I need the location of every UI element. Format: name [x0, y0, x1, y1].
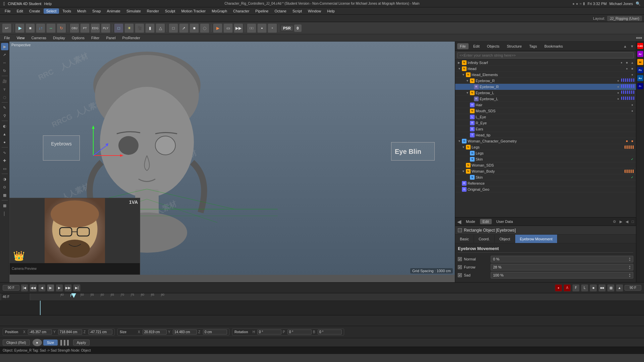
coord-size-z[interactable] — [203, 329, 227, 335]
scene-tab-bookmarks[interactable]: Bookmarks — [542, 43, 566, 49]
obj-tab-object-rel[interactable]: Object (Rel) — [3, 340, 30, 346]
menu-help[interactable]: Help — [324, 8, 337, 14]
play-btn-play[interactable]: ▶ — [47, 284, 54, 292]
timeline-btn-5[interactable]: ▩ — [607, 284, 614, 292]
toolbar-camera[interactable]: 🎥 — [135, 23, 144, 33]
coord-rot-p[interactable] — [287, 329, 312, 335]
coord-size-y[interactable] — [173, 329, 197, 335]
left-tool-knife[interactable]: ✚ — [1, 157, 8, 164]
menu-mesh[interactable]: Mesh — [74, 8, 89, 14]
menu-sculpt[interactable]: Sculpt — [162, 8, 178, 14]
mode-bar-zoom[interactable]: □ — [632, 220, 634, 224]
play-btn-start[interactable]: |◀ — [21, 284, 28, 292]
left-tool-orbit[interactable]: ◌ — [1, 94, 8, 101]
prop-checkbox-normal[interactable]: ✓ — [458, 257, 462, 261]
viewport[interactable]: RRC 人人素材 RRCG 人人素材 RRCG 人人素材 RRCG 人人素材 R… — [9, 42, 455, 282]
scene-tab-structure[interactable]: Structure — [504, 43, 525, 49]
layout-selector[interactable]: JJ_Rigging (User) — [607, 16, 642, 21]
sub-tab-filter[interactable]: Filter — [89, 35, 101, 41]
tree-row-eyebrow-r-child[interactable]: R Eyebrow_R ● — [455, 84, 636, 90]
toolbar-snap-pt[interactable]: ● — [257, 23, 267, 33]
props-tab-basic[interactable]: Basic — [455, 235, 474, 243]
tree-row-r-eye[interactable]: R R_Eye — [455, 120, 636, 126]
obj-toolbar-dial[interactable]: ● — [33, 339, 42, 346]
scene-panel-more[interactable]: ▼ — [630, 44, 634, 48]
left-tool-soft[interactable]: ◑ — [1, 175, 8, 183]
prop-stepper-normal[interactable]: ▲ ▼ — [629, 257, 631, 261]
toolbar-rotate-tool[interactable]: ◌ — [200, 23, 209, 33]
tree-row-mouth-sds[interactable]: N Mouth_SDS ● — [455, 108, 636, 114]
left-tool-measure[interactable]: ▩ — [1, 202, 8, 209]
tree-icon-render[interactable]: ▲ — [630, 60, 635, 65]
tree-icon-vis-1[interactable]: ● — [625, 66, 629, 71]
tree-row-hair[interactable]: H Hair ● — [455, 102, 636, 108]
rs-icon-ai[interactable]: Ai — [637, 59, 643, 65]
tree-row-skin-legs[interactable]: S Skin ✓ — [455, 156, 636, 162]
toolbar-snap-grid[interactable]: □□ — [247, 23, 256, 33]
left-tool-spline[interactable]: ∿ — [1, 149, 8, 156]
prop-step-up[interactable]: ▲ — [629, 257, 631, 259]
left-tool-guide[interactable]: │ — [1, 210, 8, 217]
mode-btn-edit[interactable]: Edit — [480, 219, 492, 224]
sub-tab-options[interactable]: Options — [70, 35, 87, 41]
tree-row-eyebrow-l-child[interactable]: R Eyebrow_L ● — [455, 96, 636, 102]
tree-row-eyebrow-l[interactable]: ▼ N Eyebrow_L ● — [455, 90, 636, 96]
play-btn-next-frame[interactable]: ▶ — [56, 284, 63, 292]
play-btn-end[interactable]: ▶| — [73, 284, 80, 292]
sub-tab-display[interactable]: Display — [51, 35, 67, 41]
props-tab-coord[interactable]: Coord. — [474, 235, 495, 243]
timeline-track[interactable] — [0, 301, 644, 315]
toolbar-point-mode[interactable]: PT — [80, 23, 90, 33]
left-tool-rig[interactable]: ◐ — [1, 122, 8, 130]
tree-row-ears[interactable]: E Ears — [455, 126, 636, 132]
prop-step-up-furrow[interactable]: ▲ — [629, 265, 631, 267]
prop-value-normal[interactable]: 0 % ▲ ▼ — [491, 256, 633, 262]
left-tool-relax[interactable]: ▩ — [1, 191, 8, 199]
tree-icon-eye[interactable]: ● — [619, 60, 624, 65]
obj-tab-apply[interactable]: Apply — [73, 340, 90, 346]
menu-script[interactable]: Script — [290, 8, 305, 14]
left-tool-loop[interactable]: ▭ — [1, 165, 8, 172]
toolbar-poly-mode[interactable]: PLY — [101, 23, 110, 33]
menu-mograph[interactable]: MoGraph — [209, 8, 230, 14]
window-menu[interactable]: Help — [44, 2, 52, 6]
coord-pos-z[interactable] — [88, 329, 112, 335]
prop-checkbox-sad[interactable]: ✓ — [458, 273, 462, 277]
toolbar-object-mode[interactable]: OBJ — [70, 23, 79, 33]
coord-rot-h[interactable] — [257, 329, 281, 335]
record-btn[interactable]: ● — [555, 284, 562, 292]
prop-value-furrow[interactable]: 28 % ▲ ▼ — [491, 264, 633, 270]
menu-select[interactable]: Select — [44, 8, 59, 14]
tree-row-woman-char-geo[interactable]: ▼ G Woman_Character_Geometry ■ ■ — [455, 138, 636, 144]
sub-tab-view[interactable]: View — [15, 35, 27, 41]
toolbar-rotate[interactable]: ↻ — [57, 23, 66, 33]
toolbar-floor[interactable]: ▮ — [145, 23, 155, 33]
left-tool-paint[interactable]: ✎ — [1, 104, 8, 111]
mode-bar-collapse[interactable]: ◀ — [626, 220, 628, 224]
left-tool-scale[interactable]: ↔ — [1, 59, 8, 66]
rs-icon-ps[interactable]: Ps — [637, 67, 643, 73]
sub-tab-panel[interactable]: Panel — [104, 35, 117, 41]
tree-icon-lock[interactable]: ■ — [625, 60, 629, 65]
scene-panel-collapse[interactable]: ▲ — [623, 44, 627, 48]
left-tool-weight[interactable]: ● — [1, 138, 8, 146]
tree-row-original-geo[interactable]: G Original_Geo — [455, 186, 636, 192]
menu-motion-tracker[interactable]: Motion Tracker — [178, 8, 208, 14]
timeline-btn-2[interactable]: L — [581, 284, 588, 292]
left-tool-pan[interactable]: ⍒ — [1, 85, 8, 93]
scene-tab-file[interactable]: File — [457, 43, 469, 49]
tree-row-reference[interactable]: R Reference — [455, 180, 636, 186]
props-tab-eyebrow-movement[interactable]: Eyebrow Movement — [515, 235, 557, 243]
search-input[interactable] — [457, 52, 634, 58]
toolbar-undo[interactable]: ↩ — [2, 23, 11, 33]
sub-tab-prorender[interactable]: ProRender — [120, 35, 142, 41]
left-tool-bind[interactable]: ▲ — [1, 130, 8, 138]
tree-row-legs-parent[interactable]: ▼ N Legs — [455, 144, 636, 150]
mode-bar-expand[interactable]: ▶ — [620, 220, 622, 224]
tree-icon-lock-1[interactable]: ■ — [630, 66, 635, 71]
left-tool-select[interactable]: ▶ — [1, 43, 8, 50]
sub-tab-file[interactable]: File — [2, 35, 12, 41]
tree-row-l-eye[interactable]: L L_Eye — [455, 114, 636, 120]
scene-tab-objects[interactable]: Objects — [484, 43, 502, 49]
toolbar-btn-2[interactable]: ■ — [25, 23, 35, 33]
